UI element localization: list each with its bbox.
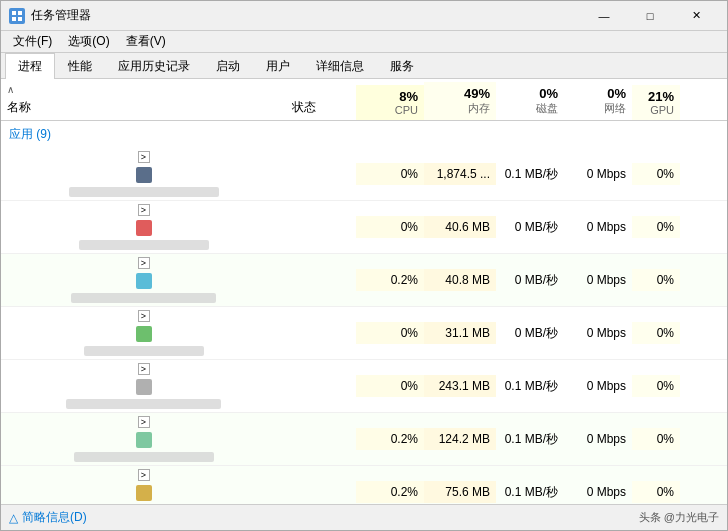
status-label: 简略信息(D) [22, 509, 87, 526]
row-name-5: > [1, 360, 286, 412]
row-disk-5: 0.1 MB/秒 [496, 374, 564, 399]
row-disk-7: 0.1 MB/秒 [496, 480, 564, 505]
app-icon-7 [136, 485, 152, 501]
menu-view[interactable]: 查看(V) [118, 31, 174, 52]
cpu-label: CPU [362, 104, 418, 116]
expand-btn-7[interactable]: > [138, 469, 150, 481]
table-row[interactable]: > 0.2% 40.8 MB 0 MB/秒 0 Mbps 0% [1, 254, 727, 307]
row-name-7: > [1, 466, 286, 504]
row-gpu-1: 0% [632, 163, 680, 185]
mem-pct: 49% [430, 86, 490, 101]
row-name-3: > [1, 254, 286, 306]
up-arrow-icon: △ [9, 511, 18, 525]
menu-file[interactable]: 文件(F) [5, 31, 60, 52]
window-title: 任务管理器 [31, 7, 91, 24]
row-net-5: 0 Mbps [564, 375, 632, 397]
expand-btn-1[interactable]: > [138, 151, 150, 163]
table-row[interactable]: > 0% 243.1 MB 0.1 MB/秒 0 Mbps 0% [1, 360, 727, 413]
menu-options[interactable]: 选项(O) [60, 31, 117, 52]
app-icon-3 [136, 273, 152, 289]
net-label: 网络 [570, 101, 626, 116]
table-row[interactable]: > 0% 1,874.5 ... 0.1 MB/秒 0 Mbps 0% [1, 148, 727, 201]
disk-pct: 0% [502, 86, 558, 101]
tab-processes[interactable]: 进程 [5, 53, 55, 79]
row-cpu-3: 0.2% [356, 269, 424, 291]
tab-app-history[interactable]: 应用历史记录 [105, 53, 203, 79]
svg-rect-2 [12, 17, 16, 21]
tab-details[interactable]: 详细信息 [303, 53, 377, 79]
watermark: 头条 @力光电子 [639, 510, 719, 525]
sort-arrow: ∧ [7, 84, 14, 95]
table-row[interactable]: > 0% 31.1 MB 0 MB/秒 0 Mbps 0% [1, 307, 727, 360]
row-status-1 [286, 170, 356, 178]
gpu-pct: 21% [638, 89, 674, 104]
main-content: ∧ 名称 状态 8% CPU 49% 内存 0% 磁盘 0% 网络 [1, 79, 727, 504]
table-header: ∧ 名称 状态 8% CPU 49% 内存 0% 磁盘 0% 网络 [1, 79, 727, 121]
row-cpu-4: 0% [356, 322, 424, 344]
row-net-1: 0 Mbps [564, 163, 632, 185]
expand-btn-6[interactable]: > [138, 416, 150, 428]
row-mem-6: 124.2 MB [424, 428, 496, 450]
col-header-cpu[interactable]: 8% CPU [356, 85, 424, 120]
expand-btn-5[interactable]: > [138, 363, 150, 375]
expand-btn-3[interactable]: > [138, 257, 150, 269]
tab-users[interactable]: 用户 [253, 53, 303, 79]
status-bar: △ 简略信息(D) 头条 @力光电子 [1, 504, 727, 530]
table-row[interactable]: > 0% 40.6 MB 0 MB/秒 0 Mbps 0% [1, 201, 727, 254]
expand-btn-4[interactable]: > [138, 310, 150, 322]
app-icon-6 [136, 432, 152, 448]
row-status-6 [286, 435, 356, 443]
row-name-4: > [1, 307, 286, 359]
status-brief-info[interactable]: △ 简略信息(D) [9, 509, 87, 526]
expand-btn-2[interactable]: > [138, 204, 150, 216]
row-disk-4: 0 MB/秒 [496, 321, 564, 346]
maximize-button[interactable]: □ [627, 1, 673, 31]
row-cpu-2: 0% [356, 216, 424, 238]
row-status-3 [286, 276, 356, 284]
row-status-5 [286, 382, 356, 390]
row-gpu-3: 0% [632, 269, 680, 291]
col-header-status[interactable]: 状态 [286, 95, 356, 120]
row-disk-3: 0 MB/秒 [496, 268, 564, 293]
col-header-disk[interactable]: 0% 磁盘 [496, 82, 564, 120]
table-row[interactable]: > 0.2% 124.2 MB 0.1 MB/秒 0 Mbps 0% [1, 413, 727, 466]
row-gpu-2: 0% [632, 216, 680, 238]
row-cpu-7: 0.2% [356, 481, 424, 503]
row-net-3: 0 Mbps [564, 269, 632, 291]
col-header-name[interactable]: ∧ 名称 [1, 80, 286, 120]
table-body: 应用 (9) > 0% 1,874.5 ... 0.1 MB/秒 0 Mbps … [1, 121, 727, 504]
row-cpu-1: 0% [356, 163, 424, 185]
tab-services[interactable]: 服务 [377, 53, 427, 79]
row-net-7: 0 Mbps [564, 481, 632, 503]
app-name-blurred-1 [69, 187, 219, 197]
row-net-2: 0 Mbps [564, 216, 632, 238]
row-mem-4: 31.1 MB [424, 322, 496, 344]
row-disk-1: 0.1 MB/秒 [496, 162, 564, 187]
row-status-7 [286, 488, 356, 496]
svg-rect-1 [18, 11, 22, 15]
tab-startup[interactable]: 启动 [203, 53, 253, 79]
app-name-blurred-3 [71, 293, 216, 303]
app-icon-5 [136, 379, 152, 395]
col-header-net[interactable]: 0% 网络 [564, 82, 632, 120]
tab-performance[interactable]: 性能 [55, 53, 105, 79]
close-button[interactable]: ✕ [673, 1, 719, 31]
row-mem-2: 40.6 MB [424, 216, 496, 238]
col-header-mem[interactable]: 49% 内存 [424, 82, 496, 120]
app-icon-1 [136, 167, 152, 183]
row-name-2: > [1, 201, 286, 253]
row-mem-7: 75.6 MB [424, 481, 496, 503]
row-gpu-6: 0% [632, 428, 680, 450]
svg-rect-0 [12, 11, 16, 15]
row-name-6: > [1, 413, 286, 465]
app-name-blurred-2 [79, 240, 209, 250]
col-header-gpu[interactable]: 21% GPU [632, 85, 680, 120]
table-row[interactable]: > 0.2% 75.6 MB 0.1 MB/秒 0 Mbps 0% [1, 466, 727, 504]
minimize-button[interactable]: — [581, 1, 627, 31]
menu-bar: 文件(F) 选项(O) 查看(V) [1, 31, 727, 53]
task-manager-window: 任务管理器 — □ ✕ 文件(F) 选项(O) 查看(V) 进程 性能 应用历史… [0, 0, 728, 531]
section-apps: 应用 (9) [1, 121, 727, 148]
svg-rect-3 [18, 17, 22, 21]
row-cpu-6: 0.2% [356, 428, 424, 450]
app-name-blurred-6 [74, 452, 214, 462]
